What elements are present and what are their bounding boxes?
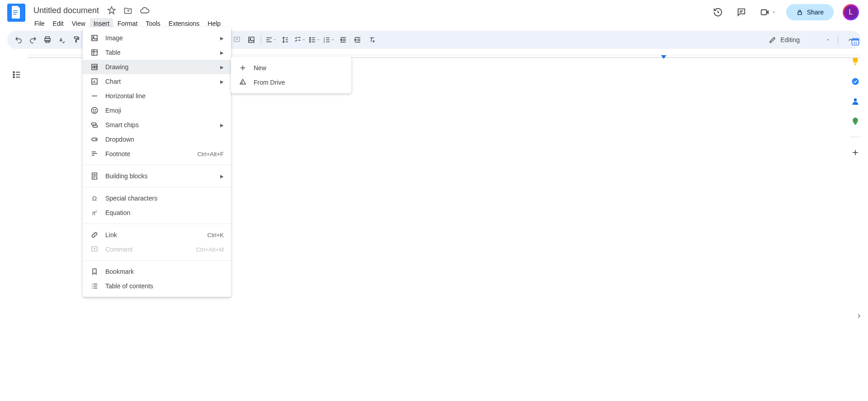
comments-icon[interactable] <box>733 4 750 21</box>
keep-icon[interactable] <box>851 57 860 66</box>
drawing-submenu: NewFrom Drive <box>231 57 351 93</box>
svg-line-92 <box>241 82 243 84</box>
toc-icon <box>90 282 99 291</box>
svg-point-50 <box>13 76 14 78</box>
submenu-arrow-icon: ▶ <box>220 123 224 128</box>
dropdown-icon <box>90 135 99 144</box>
svg-rect-96 <box>854 63 856 65</box>
align-button[interactable] <box>264 33 278 47</box>
svg-rect-16 <box>249 37 254 43</box>
menu-edit[interactable]: Edit <box>49 18 67 29</box>
submenu-arrow-icon: ▶ <box>220 50 224 55</box>
print-button[interactable] <box>41 33 54 47</box>
increase-indent-button[interactable] <box>351 33 364 47</box>
share-button[interactable]: Share <box>786 4 834 20</box>
paint-format-button[interactable] <box>70 33 83 47</box>
svg-rect-94 <box>852 38 859 40</box>
plus-icon <box>238 63 247 72</box>
insert-horizontal-line[interactable]: Horizontal line <box>83 89 231 103</box>
insert-emoji[interactable]: Emoji <box>83 103 231 118</box>
insert-table[interactable]: Table▶ <box>83 45 231 60</box>
maps-icon[interactable] <box>851 117 860 126</box>
svg-point-26 <box>310 37 311 38</box>
redo-button[interactable] <box>26 33 40 47</box>
pencil-icon <box>769 36 777 44</box>
history-icon[interactable] <box>709 4 726 21</box>
clear-formatting-button[interactable] <box>365 33 379 47</box>
contacts-icon[interactable] <box>851 97 860 106</box>
checklist-button[interactable] <box>293 33 307 47</box>
svg-rect-6 <box>798 12 802 14</box>
submenu-arrow-icon: ▶ <box>220 65 224 70</box>
submenu-arrow-icon: ▶ <box>220 79 224 84</box>
link-icon <box>90 230 99 239</box>
pi-icon: π2 <box>90 208 99 217</box>
drawing-from-drive[interactable]: From Drive <box>231 75 351 90</box>
bulleted-list-button[interactable] <box>307 33 321 47</box>
insert-menu: Image▶Table▶Drawing▶Chart▶Horizontal lin… <box>83 27 231 297</box>
image-icon <box>90 33 99 43</box>
svg-rect-1 <box>13 12 18 13</box>
move-icon[interactable] <box>122 4 134 17</box>
table-icon <box>90 48 99 57</box>
svg-point-30 <box>310 41 311 42</box>
docs-logo[interactable] <box>7 4 25 22</box>
insert-image[interactable]: Image▶ <box>83 31 231 45</box>
insert-dropdown[interactable]: Dropdown <box>83 132 231 147</box>
menu-file[interactable]: File <box>31 18 48 29</box>
add-comment-button[interactable] <box>230 33 244 47</box>
submenu-arrow-icon: ▶ <box>220 36 224 41</box>
line-spacing-button[interactable] <box>278 33 292 47</box>
spellcheck-button[interactable] <box>55 33 69 47</box>
insert-building-blocks[interactable]: Building blocks▶ <box>83 169 231 183</box>
insert-link[interactable]: LinkCtrl+K <box>83 228 231 242</box>
svg-point-97 <box>852 78 859 85</box>
editing-mode-button[interactable]: Editing <box>764 33 835 47</box>
numbered-list-button[interactable]: 123 <box>322 33 335 47</box>
lock-icon <box>796 9 803 16</box>
document-title[interactable]: Untitled document <box>31 5 102 16</box>
svg-point-28 <box>310 39 311 40</box>
submenu-arrow-icon: ▶ <box>220 174 224 179</box>
svg-rect-68 <box>91 123 96 125</box>
insert-special-characters[interactable]: ΩSpecial characters <box>83 191 231 205</box>
drawing-new[interactable]: New <box>231 61 351 75</box>
insert-drawing[interactable]: Drawing▶ <box>83 60 231 74</box>
calendar-icon[interactable]: 31 <box>851 37 860 46</box>
chart-icon <box>90 77 99 86</box>
svg-rect-2 <box>13 14 16 15</box>
insert-image-button[interactable] <box>245 33 258 47</box>
svg-point-53 <box>93 37 94 38</box>
star-icon[interactable] <box>105 4 118 17</box>
svg-rect-5 <box>761 10 766 15</box>
svg-rect-54 <box>92 50 97 55</box>
svg-point-48 <box>13 74 14 76</box>
undo-button[interactable] <box>12 33 25 47</box>
insert-chart[interactable]: Chart▶ <box>83 74 231 89</box>
hr-icon <box>90 91 99 100</box>
add-on-icon[interactable] <box>851 148 860 157</box>
meet-button[interactable] <box>756 4 780 21</box>
decrease-indent-button[interactable] <box>336 33 350 47</box>
chevron-down-icon <box>826 38 830 42</box>
ruler-marker[interactable] <box>661 55 666 59</box>
insert-footnote[interactable]: FootnoteCtrl+Alt+F <box>83 147 231 161</box>
emoji-icon <box>90 106 99 115</box>
svg-rect-59 <box>94 66 97 68</box>
chips-icon <box>90 120 99 129</box>
svg-point-66 <box>93 110 94 110</box>
insert-table-of-contents[interactable]: Table of contents <box>83 279 231 293</box>
comment-icon <box>90 245 99 254</box>
svg-text:31: 31 <box>854 41 857 45</box>
insert-smart-chips[interactable]: Smart chips▶ <box>83 118 231 132</box>
cloud-saved-icon[interactable] <box>138 4 151 17</box>
outline-button[interactable] <box>9 67 24 82</box>
insert-bookmark[interactable]: Bookmark <box>83 264 231 279</box>
avatar[interactable]: L <box>843 4 859 20</box>
svg-point-17 <box>250 38 251 39</box>
svg-rect-69 <box>93 125 98 128</box>
insert-equation[interactable]: π2Equation <box>83 205 231 220</box>
insert-comment: CommentCtrl+Alt+M <box>83 242 231 257</box>
tasks-icon[interactable] <box>851 77 860 86</box>
side-panel-collapse-icon[interactable] <box>855 312 863 320</box>
